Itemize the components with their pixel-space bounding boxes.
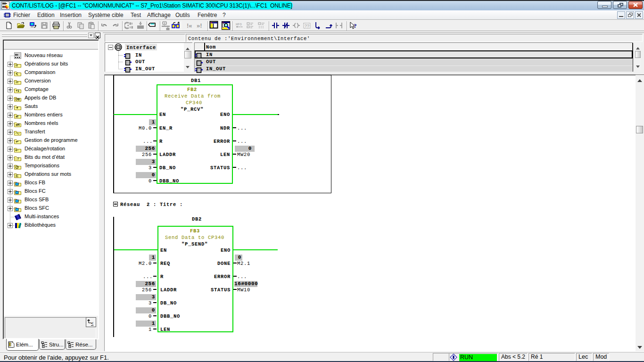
svg-text:±I: ±I — [16, 115, 18, 118]
svg-text:±R: ±R — [16, 123, 20, 126]
svg-text:??: ?? — [305, 24, 309, 28]
svg-text:<: < — [91, 321, 93, 326]
svg-text:HFO: HFO — [236, 23, 242, 26]
svg-text:»!: »! — [197, 22, 202, 29]
svg-text:?: ? — [354, 22, 357, 29]
svg-text:DB: DB — [16, 98, 20, 101]
svg-text:↩: ↩ — [16, 140, 18, 143]
svg-text:+1: +1 — [16, 89, 19, 92]
svg-text:□?: □? — [16, 157, 19, 160]
svg-text:!«: !« — [187, 22, 192, 29]
